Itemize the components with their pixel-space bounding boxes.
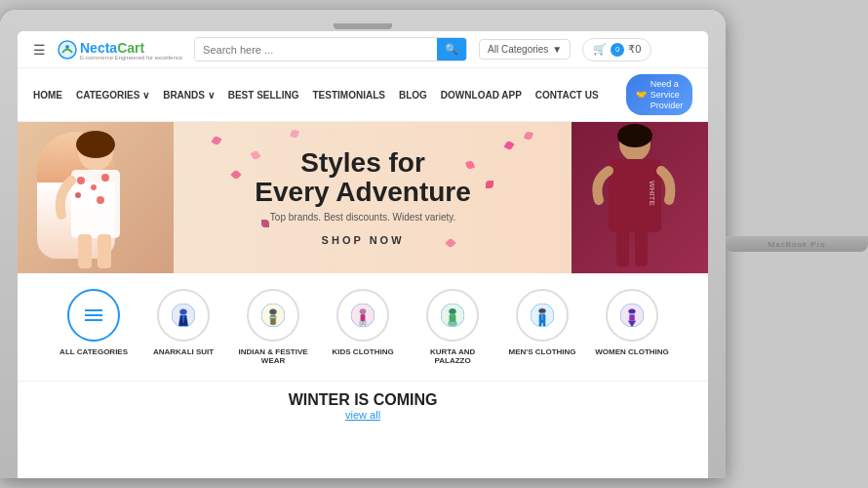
svg-rect-10: [78, 234, 92, 268]
svg-rect-34: [361, 315, 365, 322]
petal-dec: [290, 129, 299, 139]
petal-dec: [524, 131, 533, 141]
petal-dec: [486, 181, 493, 188]
logo-tagline: E-commerce Engineered for excellence: [80, 55, 182, 61]
nav-home[interactable]: HOME: [33, 90, 62, 101]
handshake-icon: 🤝: [636, 90, 647, 100]
category-kids-circle: [336, 289, 389, 342]
category-all-label: ALL CATEGORIES: [59, 347, 128, 356]
svg-point-51: [629, 309, 636, 313]
category-anarkali-label: ANARKALI SUIT: [153, 347, 214, 356]
svg-point-28: [270, 309, 277, 314]
laptop-notch: [334, 23, 392, 29]
category-kurta[interactable]: KURTA AND PALAZZO: [414, 289, 492, 365]
svg-point-44: [539, 309, 546, 313]
category-kids[interactable]: KIDS CLOTHING: [324, 289, 402, 356]
svg-rect-17: [635, 227, 648, 266]
view-all-link[interactable]: view all: [27, 409, 698, 421]
svg-point-1: [65, 45, 69, 49]
nav-testimonials[interactable]: TESTIMONIALS: [313, 90, 385, 101]
chevron-down-icon: ▼: [552, 44, 562, 55]
svg-text:WHITE: WHITE: [648, 181, 656, 206]
nav-best-selling[interactable]: BEST SELLING: [228, 90, 299, 101]
banner-title-line1: Styles for: [255, 148, 471, 179]
svg-rect-52: [629, 315, 634, 321]
category-mens-circle: [516, 289, 569, 342]
shop-now-button[interactable]: SHOP NOW: [322, 234, 405, 246]
laptop-base: MacBook Pro: [726, 236, 868, 252]
logo: NectaCart E-commerce Engineered for exce…: [58, 39, 182, 61]
search-bar: 🔍: [194, 37, 467, 61]
svg-point-33: [360, 309, 366, 313]
category-kids-label: KIDS CLOTHING: [333, 347, 394, 356]
category-indian[interactable]: INDIAN & FESTIVE WEAR: [234, 289, 312, 365]
svg-point-9: [97, 196, 104, 204]
cart-icon: 🛒: [593, 43, 607, 56]
header: ☰ NectaCart E-commerce Engineered for ex…: [18, 31, 708, 68]
svg-point-8: [75, 192, 81, 198]
cart-price: ₹0: [628, 43, 641, 56]
category-indian-label: INDIAN & FESTIVE WEAR: [239, 347, 308, 365]
category-all[interactable]: ALL CATEGORIES: [55, 289, 133, 356]
banner-model-left: [18, 122, 174, 273]
svg-point-41: [449, 322, 457, 326]
svg-rect-35: [360, 321, 363, 325]
category-mens[interactable]: MEN'S CLOTHING: [503, 289, 581, 356]
petal-dec: [212, 136, 222, 146]
svg-rect-11: [98, 234, 111, 268]
banner-title-line2: Every Adventure: [255, 178, 471, 208]
laptop-base-label: MacBook Pro: [769, 240, 826, 249]
nav-brands[interactable]: BRANDS ∨: [163, 90, 215, 101]
svg-point-7: [101, 174, 109, 182]
svg-rect-46: [539, 323, 541, 327]
logo-cart: Cart: [117, 40, 144, 56]
nav-blog[interactable]: BLOG: [399, 90, 427, 101]
categories-row: ALL CATEGORIES ANARKALI SUIT: [18, 273, 708, 381]
category-kurta-circle: [426, 289, 479, 342]
petal-dec: [230, 170, 241, 181]
svg-point-3: [76, 131, 115, 158]
logo-necta: Necta: [80, 40, 117, 56]
banner-model-right: WHITE: [572, 122, 708, 273]
category-anarkali-circle: [157, 289, 210, 342]
svg-point-6: [91, 184, 97, 190]
svg-point-13: [617, 124, 652, 147]
hamburger-icon[interactable]: ☰: [33, 42, 46, 58]
navigation: HOME CATEGORIES ∨ BRANDS ∨ BEST SELLING …: [18, 68, 708, 122]
laptop-screen: ☰ NectaCart E-commerce Engineered for ex…: [18, 31, 708, 478]
service-btn-text: Need aService Provider: [651, 79, 684, 110]
cart-badge: 0: [611, 43, 624, 57]
search-button[interactable]: 🔍: [437, 38, 466, 61]
nav-contact[interactable]: CONTACT US: [535, 90, 599, 101]
cart-area[interactable]: 🛒 0 ₹0: [582, 38, 651, 61]
nav-categories[interactable]: CATEGORIES ∨: [76, 90, 149, 101]
nav-download-app[interactable]: DOWNLOAD APP: [441, 90, 522, 101]
category-dropdown-label: All Categories: [488, 44, 548, 55]
laptop-shell: ☰ NectaCart E-commerce Engineered for ex…: [0, 10, 726, 478]
banner-subtitle: Top brands. Best discounts. Widest varie…: [255, 212, 471, 223]
svg-rect-16: [616, 227, 629, 266]
category-women-label: WOMEN CLOTHING: [595, 347, 669, 356]
svg-point-23: [180, 309, 187, 314]
service-provider-button[interactable]: 🤝 Need aService Provider: [626, 74, 693, 115]
footer-section: WINTER IS COMING view all: [18, 381, 708, 478]
category-indian-circle: [247, 289, 299, 342]
category-all-circle: [67, 289, 120, 342]
hero-banner: WHITE Styles for Every Adventure Top bra…: [18, 122, 708, 273]
category-women-circle: [606, 289, 658, 342]
logo-icon: [58, 40, 77, 60]
category-women[interactable]: WOMEN CLOTHING: [593, 289, 671, 356]
svg-rect-30: [270, 317, 276, 319]
svg-rect-36: [364, 321, 367, 325]
category-mens-label: MEN'S CLOTHING: [509, 347, 576, 356]
category-kurta-label: KURTA AND PALAZZO: [430, 347, 475, 365]
petal-dec: [504, 141, 515, 151]
category-anarkali[interactable]: ANARKALI SUIT: [144, 289, 222, 356]
search-input[interactable]: [195, 40, 437, 60]
svg-rect-47: [543, 323, 545, 327]
svg-point-39: [450, 309, 456, 314]
svg-point-5: [77, 177, 85, 184]
winter-title: WINTER IS COMING: [27, 391, 698, 409]
banner-center: Styles for Every Adventure Top brands. B…: [255, 148, 471, 249]
category-dropdown[interactable]: All Categories ▼: [479, 39, 571, 60]
